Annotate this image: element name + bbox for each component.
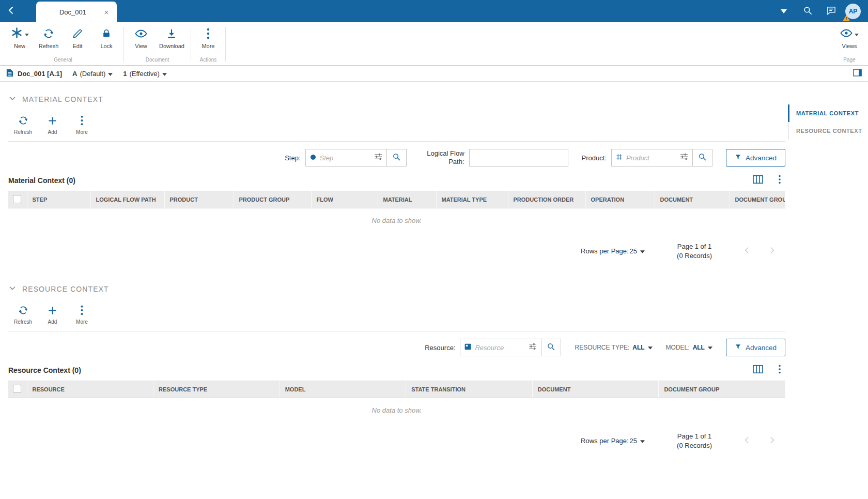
column-header-document-group[interactable]: DOCUMENT GROUP: [659, 381, 785, 398]
material-table-title: Material Context (0): [8, 176, 75, 185]
column-header-logical-flow-path[interactable]: LOGICAL FLOW PATH: [90, 191, 164, 208]
search-icon: [392, 153, 401, 163]
ellipsis-vertical-icon: [778, 365, 781, 375]
edit-button[interactable]: Edit: [63, 22, 92, 49]
ribbon-separator: [225, 27, 226, 62]
caret-down-icon: [25, 30, 29, 38]
global-search-button[interactable]: [796, 0, 819, 22]
column-header-document-group[interactable]: DOCUMENT GROUP: [730, 191, 785, 208]
material-advanced-button[interactable]: Advanced: [726, 149, 785, 167]
user-menu[interactable]: AP !: [845, 4, 861, 19]
material-section-header[interactable]: MATERIAL CONTEXT: [8, 94, 785, 104]
resource-prev-page-button[interactable]: [742, 435, 752, 447]
search-icon: [698, 153, 707, 163]
panel-toggle-button[interactable]: [853, 69, 862, 78]
resource-search-button[interactable]: [541, 339, 561, 356]
resource-type-dropdown[interactable]: RESOURCE TYPE: ALL: [575, 344, 652, 351]
material-table-header-row: Material Context (0): [8, 174, 785, 191]
refresh-button[interactable]: Refresh: [34, 22, 63, 49]
resource-icon: [464, 343, 471, 352]
refresh-icon: [43, 27, 54, 40]
resource-advanced-button[interactable]: Advanced: [726, 339, 785, 356]
version-label: (Effective): [129, 70, 159, 78]
logical-flow-path-input[interactable]: [469, 149, 568, 167]
download-button[interactable]: Download: [156, 22, 188, 49]
resource-next-page-button[interactable]: [767, 435, 777, 447]
select-all-checkbox[interactable]: [13, 385, 21, 393]
column-header-product-group[interactable]: PRODUCT GROUP: [234, 191, 311, 208]
resource-type-label: RESOURCE TYPE:: [575, 344, 629, 351]
column-header-document[interactable]: DOCUMENT: [655, 191, 730, 208]
nav-item-material-context[interactable]: MATERIAL CONTEXT: [789, 104, 868, 122]
resource-column-chooser-button[interactable]: [752, 365, 764, 375]
resource-rows-per-page[interactable]: Rows per Page:25: [581, 437, 645, 445]
column-header-product[interactable]: PRODUCT: [164, 191, 234, 208]
rows-per-page-label: Rows per Page:: [581, 247, 629, 255]
material-rows-per-page[interactable]: Rows per Page:25: [581, 247, 645, 255]
resource-refresh-button[interactable]: Refresh: [8, 298, 38, 331]
chevron-left-icon: [8, 6, 13, 16]
material-section-title: MATERIAL CONTEXT: [22, 95, 103, 103]
resource-add-button[interactable]: Add: [38, 298, 67, 331]
material-refresh-label: Refresh: [14, 129, 32, 135]
ribbon: New Refresh Edit Lock General: [0, 22, 868, 66]
new-button[interactable]: New: [5, 22, 34, 49]
document-tab[interactable]: Doc_001 ×: [36, 2, 117, 22]
material-next-page-button[interactable]: [767, 245, 777, 257]
lock-icon: [101, 27, 112, 40]
column-header-material-type[interactable]: MATERIAL TYPE: [436, 191, 508, 208]
model-dropdown[interactable]: MODEL: ALL: [666, 344, 712, 351]
version-selector[interactable]: 1 (Effective): [123, 70, 167, 78]
resource-table-more-button[interactable]: [778, 365, 781, 375]
material-column-chooser-button[interactable]: [752, 175, 764, 186]
column-header-flow[interactable]: FLOW: [311, 191, 378, 208]
column-header-step[interactable]: STEP: [27, 191, 90, 208]
step-filter-input[interactable]: [320, 154, 370, 162]
product-filter-input[interactable]: [626, 154, 676, 162]
column-header-operation[interactable]: OPERATION: [585, 191, 655, 208]
views-button[interactable]: Views: [835, 22, 864, 49]
column-header-material[interactable]: MATERIAL: [378, 191, 436, 208]
material-refresh-button[interactable]: Refresh: [8, 109, 38, 141]
column-header-model[interactable]: MODEL: [280, 381, 406, 398]
menu-caret-button[interactable]: [772, 0, 796, 22]
topbar: Doc_001 × AP !: [0, 0, 868, 22]
caret-down-icon: [855, 30, 859, 38]
column-header-state-transition[interactable]: STATE TRANSITION: [406, 381, 533, 398]
eye-icon: [840, 28, 853, 39]
back-button[interactable]: [0, 0, 22, 22]
revision-selector[interactable]: A (Default): [72, 70, 113, 78]
column-header-document[interactable]: DOCUMENT: [532, 381, 659, 398]
column-header-production-order[interactable]: PRODUCTION ORDER: [508, 191, 585, 208]
select-all-checkbox[interactable]: [13, 195, 21, 203]
more-label: More: [202, 43, 214, 49]
material-more-button[interactable]: More: [67, 109, 97, 141]
rows-per-page-value: 25: [630, 247, 637, 255]
product-search-button[interactable]: [693, 149, 712, 167]
column-header-resource-type[interactable]: RESOURCE TYPE: [153, 381, 280, 398]
resource-section-header[interactable]: RESOURCE CONTEXT: [8, 284, 785, 294]
material-add-button[interactable]: Add: [38, 109, 67, 141]
resource-more-button[interactable]: More: [67, 298, 97, 331]
lock-button[interactable]: Lock: [92, 22, 121, 49]
more-button[interactable]: More: [194, 22, 223, 49]
messages-button[interactable]: [819, 0, 843, 22]
sliders-icon[interactable]: [680, 153, 688, 162]
resource-filter-row: Resource: RESOURCE TYPE:: [8, 331, 785, 364]
tab-close-button[interactable]: ×: [101, 8, 112, 17]
record-count: (0 Records): [677, 251, 712, 261]
material-prev-page-button[interactable]: [742, 245, 752, 257]
caret-down-icon: [648, 344, 653, 351]
column-header-resource[interactable]: RESOURCE: [27, 381, 153, 398]
sliders-icon[interactable]: [374, 153, 382, 162]
sliders-icon[interactable]: [529, 343, 537, 352]
ellipsis-vertical-icon: [206, 27, 210, 40]
step-search-button[interactable]: [387, 149, 407, 167]
product-filter-label: Product:: [582, 154, 607, 162]
view-button[interactable]: View: [127, 22, 156, 49]
resource-filter-input[interactable]: [475, 344, 525, 352]
page-count: Page 1 of 1: [677, 242, 712, 251]
resource-table-header-row: Resource Context (0): [8, 364, 785, 381]
material-table-more-button[interactable]: [778, 175, 781, 186]
nav-item-resource-context[interactable]: RESOURCE CONTEXT: [789, 122, 868, 140]
